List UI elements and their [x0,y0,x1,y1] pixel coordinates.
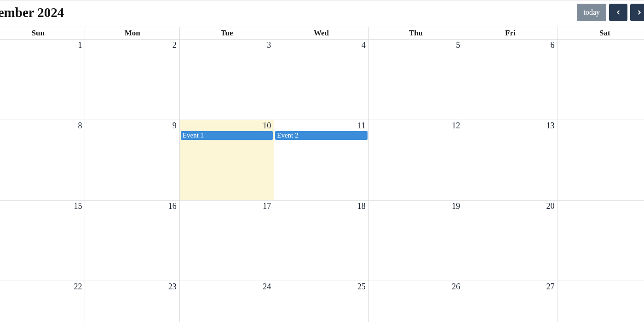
day-header-wed: Wed [274,27,368,39]
top-border [0,0,644,0]
day-number: 15 [74,201,82,211]
day-cell[interactable]: 11Event 2 [274,120,368,200]
day-number: 19 [452,201,460,211]
day-cell[interactable]: 8 [0,120,85,200]
calendar-grid: Sun Mon Tue Wed Thu Fri Sat 1234568910Ev… [0,27,644,322]
today-button[interactable]: today [577,4,606,21]
day-header-sun: Sun [0,27,85,39]
day-number: 2 [172,40,177,50]
day-cell[interactable]: 19 [369,201,463,281]
header-controls: today [577,4,644,21]
day-number: 18 [357,201,366,211]
prev-month-button[interactable] [609,4,627,21]
day-header-fri: Fri [463,27,558,39]
day-number: 13 [546,121,555,131]
week-row: 151617181920 [0,201,644,281]
day-cell[interactable]: 27 [463,281,558,322]
day-cell[interactable]: 26 [369,281,463,322]
day-number: 9 [172,121,177,131]
day-cell[interactable]: 25 [274,281,368,322]
day-number: 23 [168,282,177,292]
week-row: 222324252627 [0,281,644,322]
day-number: 20 [546,201,555,211]
day-cell[interactable]: 18 [274,201,368,281]
day-number: 27 [546,282,555,292]
day-cell[interactable]: 4 [274,40,368,120]
day-header-thu: Thu [369,27,463,39]
day-cell[interactable]: 16 [85,201,179,281]
day-number: 25 [357,282,366,292]
day-number: 4 [362,40,366,50]
day-cell[interactable]: 2 [85,40,179,120]
day-cell[interactable]: 5 [369,40,463,120]
calendar-event[interactable]: Event 1 [181,131,273,140]
day-number: 8 [78,121,82,131]
day-number: 16 [168,201,177,211]
day-cell[interactable]: 6 [463,40,558,120]
day-number: 12 [452,121,460,131]
day-number: 1 [78,40,82,50]
week-row: 123456 [0,40,644,120]
next-month-button[interactable] [630,4,644,21]
day-number: 22 [74,282,82,292]
events-layer: Event 2 [274,131,368,141]
month-title: ecember 2024 [0,5,64,20]
day-cell[interactable]: 20 [463,201,558,281]
day-cell[interactable]: 9 [85,120,179,200]
calendar-event[interactable]: Event 2 [275,131,367,140]
day-cell[interactable] [558,120,644,200]
day-cell[interactable]: 1 [0,40,85,120]
day-cell[interactable]: 17 [180,201,274,281]
day-header-row: Sun Mon Tue Wed Thu Fri Sat [0,27,644,40]
day-cell[interactable]: 23 [85,281,179,322]
weeks-container: 1234568910Event 111Event 212131516171819… [0,40,644,322]
week-row: 8910Event 111Event 21213 [0,120,644,201]
day-header-sat: Sat [558,27,644,39]
day-cell[interactable]: 15 [0,201,85,281]
day-number: 11 [357,121,365,131]
day-number: 5 [456,40,460,50]
day-cell[interactable]: 3 [180,40,274,120]
day-cell[interactable]: 22 [0,281,85,322]
day-number: 26 [452,282,460,292]
day-header-tue: Tue [180,27,274,39]
day-cell[interactable] [558,40,644,120]
chevron-left-icon [615,9,621,16]
events-layer: Event 1 [180,131,274,141]
day-number: 17 [263,201,271,211]
day-number: 10 [263,121,271,131]
day-cell[interactable]: 13 [463,120,558,200]
calendar-header: ecember 2024 today [0,0,644,27]
chevron-right-icon [636,9,643,16]
day-cell[interactable] [558,201,644,281]
day-number: 3 [267,40,271,50]
day-cell[interactable] [558,281,644,322]
day-cell[interactable]: 24 [180,281,274,322]
day-cell[interactable]: 12 [369,120,463,200]
day-cell[interactable]: 10Event 1 [180,120,274,200]
day-header-mon: Mon [85,27,179,39]
day-number: 6 [551,40,555,50]
day-number: 24 [263,282,271,292]
